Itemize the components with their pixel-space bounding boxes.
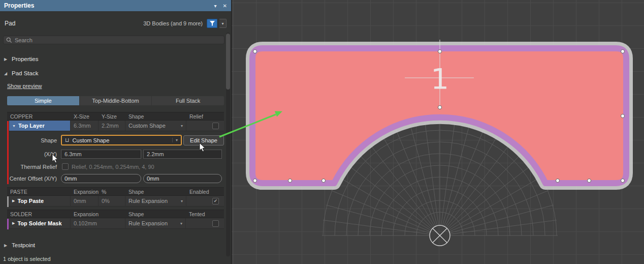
copper-table-header: COPPER X-Size Y-Size Shape Relief [7, 112, 224, 121]
tab-top-middle-bottom[interactable]: Top-Middle-Bottom [80, 96, 152, 105]
col-shape: Shape [125, 189, 186, 195]
copper-table: COPPER X-Size Y-Size Shape Relief ▼ Top … [7, 112, 224, 131]
section-pad-stack[interactable]: ◢ Pad Stack [4, 69, 38, 77]
chevron-down-icon: ▾ [221, 21, 223, 26]
section-pad-stack-label: Pad Stack [12, 70, 38, 76]
app-root: Properties ▾ ✕ Pad 3D Bodies (and 9 more… [0, 0, 644, 264]
copper-x-size-value[interactable]: 6.3mm [71, 121, 99, 131]
object-header: Pad 3D Bodies (and 9 more) ▾ [0, 16, 231, 31]
pcb-canvas[interactable]: 1 [232, 0, 644, 264]
col-expansion: Expansion [71, 211, 125, 217]
top-solder-mask-cell[interactable]: ▶ Top Solder Mask [9, 218, 71, 228]
enabled-checkbox[interactable]: ✔ [212, 198, 219, 204]
copper-shape-dropdown[interactable]: Custom Shape ▾ [125, 121, 186, 131]
col-x-size: X-Size [71, 113, 99, 120]
solder-tented-cell [186, 218, 224, 228]
paste-percent-value[interactable]: 0% [99, 196, 125, 206]
filter-icon [209, 20, 215, 26]
copper-row-top-layer: ▼ Top Layer 6.3mm 2.2mm Custom Shape ▾ [7, 121, 224, 131]
chevron-down-icon: ▾ [181, 124, 183, 128]
solder-table-header: SOLDER Expansion Shape Tented [7, 210, 224, 218]
pad-y-size-input[interactable] [143, 150, 222, 159]
copper-relief-cell [186, 121, 224, 131]
center-offset-x-input[interactable] [61, 174, 141, 183]
section-testpoint-label: Testpoint [12, 242, 35, 248]
filter-dropdown-button[interactable]: ▾ [219, 19, 227, 28]
show-preview-link[interactable]: Show preview [7, 83, 42, 89]
paste-layer-color-strip [7, 196, 9, 207]
chevron-right-icon: ▶ [4, 243, 9, 248]
custom-shape-icon: ⊔ [65, 137, 70, 143]
top-paste-cell[interactable]: ▶ Top Paste [9, 196, 71, 206]
tented-checkbox[interactable] [212, 220, 219, 227]
chevron-down-icon: ▾ [181, 199, 183, 203]
section-properties-label: Properties [12, 56, 38, 62]
paste-expansion-value[interactable]: 0mm [71, 196, 99, 206]
copper-shape-value: Custom Shape [128, 123, 166, 129]
panel-titlebar: Properties ▾ ✕ [0, 0, 231, 11]
status-text: 1 object is selected [3, 256, 51, 262]
search-input[interactable] [15, 37, 221, 43]
solder-layer-color-strip [7, 219, 9, 229]
edit-shape-button[interactable]: Edit Shape [183, 135, 224, 145]
chevron-expanded-icon: ◢ [4, 71, 9, 76]
relief-checkbox[interactable] [212, 123, 219, 129]
section-testpoint[interactable]: ▶ Testpoint [4, 241, 35, 249]
col-expansion: Expansion [71, 189, 99, 195]
chevron-down-icon: ▾ [172, 138, 178, 142]
properties-panel: Properties ▾ ✕ Pad 3D Bodies (and 9 more… [0, 0, 232, 264]
xy-field-row: (X/Y) [7, 149, 224, 159]
top-layer-cell[interactable]: ▼ Top Layer [9, 121, 71, 131]
solder-row-top-solder-mask: ▶ Top Solder Mask 0.102mm Rule Expansion… [7, 218, 224, 229]
pad-designator: 1 [431, 62, 449, 95]
thermal-relief-checkbox[interactable] [62, 163, 69, 170]
shape-dropdown[interactable]: ⊔ Custom Shape ▾ [61, 135, 182, 145]
row-collapsed-icon: ▶ [12, 221, 15, 225]
col-y-size: Y-Size [99, 113, 125, 120]
shape-dropdown-value: Custom Shape [73, 137, 110, 143]
col-shape: Shape [125, 113, 186, 120]
center-offset-y-input[interactable] [143, 174, 222, 183]
shape-field-label: Shape [7, 135, 57, 145]
pad-stack-tabs: Simple Top-Middle-Bottom Full Stack [7, 96, 224, 105]
solder-expansion-value[interactable]: 0.102mm [71, 218, 125, 228]
center-offset-label: Center Offset (X/Y) [4, 173, 57, 184]
shape-field-row: Shape ⊔ Custom Shape ▾ Edit Shape [7, 135, 224, 145]
col-enabled: Enabled [186, 189, 224, 195]
paste-row-top-paste: ▶ Top Paste 0mm 0% Rule Expansion ▾ ✔ [7, 196, 224, 207]
panel-scrollbar[interactable] [226, 33, 230, 256]
row-expanded-icon: ▼ [12, 124, 16, 128]
pcb-view: 1 [232, 0, 644, 264]
close-icon[interactable]: ✕ [223, 3, 227, 9]
panel-title: Properties [4, 2, 34, 9]
solder-shape-value: Rule Expansion [128, 220, 168, 226]
tab-simple[interactable]: Simple [7, 96, 80, 105]
paste-shape-dropdown[interactable]: Rule Expansion ▾ [125, 196, 186, 206]
scrollbar-thumb[interactable] [226, 34, 230, 90]
top-paste-label: Top Paste [17, 198, 44, 204]
scope-label: 3D Bodies (and 9 more) [143, 20, 203, 26]
pad-x-size-input[interactable] [61, 150, 141, 159]
thermal-relief-value: Relief, 0.254mm, 0.254mm, 4, 90 [72, 162, 154, 172]
col-copper: COPPER [7, 113, 71, 120]
copper-y-size-value[interactable]: 2.2mm [99, 121, 125, 131]
chevron-down-icon: ▾ [180, 221, 182, 226]
col-paste: PASTE [7, 189, 71, 195]
solder-table: SOLDER Expansion Shape Tented ▶ Top Sold… [7, 210, 224, 229]
panel-menu-icon[interactable]: ▾ [214, 3, 217, 9]
chevron-right-icon: ▶ [4, 57, 9, 62]
paste-enabled-cell: ✔ [186, 196, 224, 206]
filter-button[interactable] [207, 19, 217, 28]
origin-marker [430, 225, 450, 246]
top-solder-mask-label: Top Solder Mask [17, 220, 61, 226]
paste-table-header: PASTE Expansion % Shape Enabled [7, 187, 224, 196]
col-relief: Relief [186, 113, 224, 120]
row-collapsed-icon: ▶ [12, 199, 15, 203]
thermal-relief-label: Thermal Relief [7, 162, 57, 172]
col-solder: SOLDER [7, 211, 71, 217]
object-type-label: Pad [5, 20, 15, 27]
solder-shape-dropdown[interactable]: Rule Expansion ▾ [125, 218, 186, 228]
section-properties[interactable]: ▶ Properties [4, 55, 38, 63]
tab-full-stack[interactable]: Full Stack [152, 96, 224, 105]
paste-shape-value: Rule Expansion [128, 198, 168, 204]
